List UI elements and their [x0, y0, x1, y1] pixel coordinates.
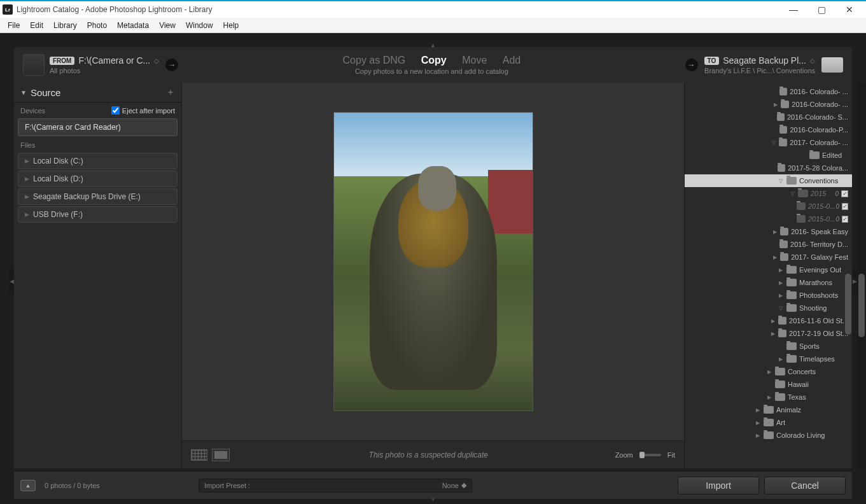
drive-item[interactable]: ▶Local Disk (D:) — [18, 171, 178, 187]
drive-item[interactable]: ▶Seagate Backup Plus Drive (E:) — [18, 188, 178, 205]
close-button[interactable]: ✕ — [835, 1, 863, 18]
eject-input[interactable] — [111, 106, 120, 115]
chevron-icon: ▶ — [772, 102, 778, 108]
drive-item[interactable]: ▶Local Disk (C:) — [18, 153, 178, 169]
folder-row[interactable]: ▶2016- Speak Easy — [685, 225, 852, 238]
drive-item[interactable]: ▶USB Drive (F:) — [18, 206, 178, 223]
folder-icon — [778, 164, 785, 172]
preview-toolbar: This photo is a suspected duplicate Zoom… — [182, 440, 684, 468]
folder-row[interactable]: 2016-Colorado- S... — [685, 111, 852, 123]
folder-row[interactable]: ▶Timelapses — [685, 353, 852, 365]
source-arrow-button[interactable]: → — [165, 59, 178, 71]
fit-label[interactable]: Fit — [667, 451, 675, 459]
collapse-bottom-icon[interactable]: ▼ — [430, 496, 436, 503]
zoom-slider[interactable] — [639, 454, 661, 456]
folder-row[interactable]: 2016- Colorado- ... — [685, 85, 852, 98]
eject-checkbox[interactable]: Eject after import — [111, 106, 175, 115]
folder-row[interactable]: 2017-5-28 Colora... — [685, 162, 852, 174]
folder-icon — [797, 215, 806, 223]
menu-help[interactable]: Help — [218, 21, 244, 30]
source-panel-header[interactable]: ▼ Source ＋ — [14, 83, 181, 102]
scrollbar-thumb[interactable] — [858, 274, 865, 337]
menu-metadata[interactable]: Metadata — [112, 21, 154, 30]
folder-row[interactable]: ▶2017- Galaxy Fest — [685, 251, 852, 263]
loupe-view-button[interactable] — [213, 449, 229, 461]
chevron-icon: ▶ — [771, 318, 776, 324]
folder-checkbox[interactable]: ✓ — [841, 190, 848, 197]
menu-file[interactable]: File — [3, 21, 25, 30]
folder-count: 0 — [835, 216, 839, 223]
folder-row[interactable]: ▽20150✓ — [685, 187, 852, 200]
folder-row[interactable]: 2016- Territory D... — [685, 238, 852, 251]
folder-row[interactable]: ▶2016-11-6 Old St... — [685, 314, 852, 327]
chevron-icon: ▶ — [772, 229, 777, 235]
folder-row[interactable]: Sports — [685, 340, 852, 353]
folder-row[interactable]: ▶Marathons — [685, 276, 852, 289]
folder-row[interactable]: ▶Colorado Living — [685, 429, 852, 442]
folder-label: 2015 — [811, 190, 826, 197]
dest-path-dropdown[interactable]: Seagate Backup Pl...◇ — [723, 55, 815, 66]
cancel-button[interactable]: Cancel — [764, 477, 846, 494]
destination-panel: 2016- Colorado- ...▶2016-Colorado- ...20… — [684, 83, 852, 468]
collapse-left-icon[interactable]: ◀ — [9, 269, 14, 294]
menubar: File Edit Library Photo Metadata View Wi… — [0, 18, 866, 33]
collapse-right-icon[interactable]: ▶ — [852, 269, 857, 294]
folder-row[interactable]: ▽Shooting — [685, 302, 852, 314]
device-item[interactable]: F:\(Camera or Card Reader) — [18, 118, 178, 136]
folder-icon — [764, 406, 774, 414]
folder-row[interactable]: ▶2017-2-19 Old St... — [685, 327, 852, 340]
preview-area[interactable] — [182, 83, 684, 440]
grid-view-button[interactable] — [191, 449, 207, 461]
folder-checkbox[interactable]: ✓ — [842, 203, 848, 210]
menu-photo[interactable]: Photo — [82, 21, 112, 30]
add-source-icon[interactable]: ＋ — [166, 87, 175, 98]
folder-row[interactable]: ▶Art — [685, 416, 852, 429]
mode-copy[interactable]: Copy — [421, 55, 447, 66]
scrollbar-thumb[interactable] — [845, 274, 851, 335]
chevron-icon: ▶ — [778, 293, 784, 298]
preview-photo[interactable] — [333, 112, 533, 411]
folder-label: 2015-0... — [808, 215, 835, 223]
folder-row[interactable]: ▽2017- Colorado- ... — [685, 136, 852, 149]
folder-label: Conventions — [799, 177, 838, 185]
import-button[interactable]: Import — [678, 477, 759, 494]
devices-section: Devices Eject after import — [14, 102, 181, 117]
folder-label: Texas — [788, 393, 806, 401]
folder-row[interactable]: 2016-Colorado-P... — [685, 123, 852, 136]
folder-row[interactable]: ▶Concerts — [685, 365, 852, 378]
chevron-right-icon: ▶ — [25, 176, 29, 182]
minimize-button[interactable]: — — [779, 1, 807, 18]
maximize-button[interactable]: ▢ — [807, 1, 835, 18]
import-preset-dropdown[interactable]: Import Preset : None◆ — [199, 479, 472, 493]
folder-label: 2017-2-19 Old St... — [789, 330, 848, 337]
folder-row[interactable]: ▶Photoshoots — [685, 289, 852, 302]
folder-icon — [786, 355, 797, 363]
mode-copy-dng[interactable]: Copy as DNG — [343, 55, 406, 66]
folder-row[interactable]: ▶Evenings Out — [685, 263, 852, 276]
folder-row[interactable]: 2015-0...0✓ — [685, 213, 852, 225]
folder-checkbox[interactable]: ✓ — [842, 216, 848, 223]
menu-library[interactable]: Library — [48, 21, 82, 30]
preview-panel: This photo is a suspected duplicate Zoom… — [182, 83, 684, 468]
folder-icon — [786, 304, 797, 312]
source-path-dropdown[interactable]: F:\(Camera or C...◇ — [78, 55, 159, 66]
folder-icon — [786, 266, 797, 274]
mode-move[interactable]: Move — [462, 55, 487, 66]
folder-row[interactable]: ▶Texas — [685, 391, 852, 403]
dest-arrow-button[interactable]: → — [685, 59, 698, 71]
panel-scrollbar[interactable] — [857, 83, 866, 468]
folder-row[interactable]: 2015-0...0✓ — [685, 200, 852, 213]
folder-icon — [779, 126, 787, 134]
mode-add[interactable]: Add — [503, 55, 520, 66]
folder-label: 2015-0... — [808, 202, 835, 210]
folder-row[interactable]: Edited — [685, 149, 852, 162]
folder-row[interactable]: ▶2016-Colorado- ... — [685, 98, 852, 111]
menu-view[interactable]: View — [154, 21, 181, 30]
expand-toggle[interactable]: ▲ — [20, 480, 36, 491]
menu-edit[interactable]: Edit — [25, 21, 48, 30]
menu-window[interactable]: Window — [181, 21, 218, 30]
selection-arrow-icon — [684, 177, 685, 187]
folder-row[interactable]: ▶Animalz — [685, 403, 852, 416]
folder-row[interactable]: ▽Conventions — [685, 174, 852, 187]
folder-row[interactable]: Hawaii — [685, 378, 852, 391]
